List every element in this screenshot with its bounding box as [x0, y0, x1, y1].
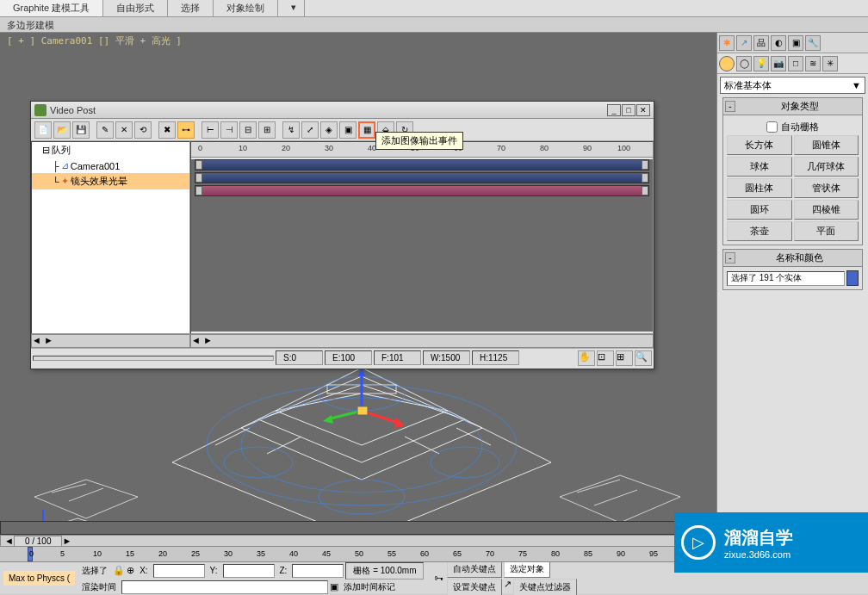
snap-icon[interactable]: ⊕	[127, 565, 134, 576]
motion-tab-icon[interactable]: ◐	[771, 35, 786, 51]
object-type-header[interactable]: - 对象类型	[723, 98, 862, 115]
track-handle[interactable]	[195, 160, 202, 170]
svg-marker-10	[323, 415, 333, 424]
image-output-icon[interactable]: ▦	[358, 121, 375, 139]
tag-icon[interactable]: ▣	[330, 581, 338, 592]
sub-toolbar[interactable]: 多边形建模	[0, 17, 868, 33]
track-handle[interactable]	[642, 160, 648, 170]
spacewarps-icon[interactable]: ≋	[805, 56, 821, 71]
lights-icon[interactable]: 💡	[753, 56, 769, 71]
close-button[interactable]: ✕	[636, 104, 650, 116]
time-slider-track[interactable]	[0, 521, 715, 535]
collapse-icon[interactable]: -	[725, 101, 735, 112]
display-tab-icon[interactable]: ▣	[788, 35, 803, 51]
layer-event-icon[interactable]: ▣	[339, 121, 356, 139]
minimize-button[interactable]: _	[607, 104, 621, 116]
modify-tab-icon[interactable]: ↗	[736, 35, 752, 51]
image-input-icon[interactable]: ⤢	[301, 121, 319, 139]
box-button[interactable]: 长方体	[727, 135, 792, 155]
collapse-icon[interactable]: -	[725, 252, 735, 263]
primitive-type-dropdown[interactable]: 标准基本体 ▼	[720, 77, 865, 94]
open-icon[interactable]: 📂	[53, 121, 71, 139]
geosphere-button[interactable]: 几何球体	[794, 157, 859, 177]
name-color-header[interactable]: - 名称和颜色	[723, 250, 862, 267]
zoom-time-icon[interactable]: ⊞	[616, 350, 633, 366]
torus-button[interactable]: 圆环	[727, 200, 792, 220]
prompt-input[interactable]	[121, 580, 328, 594]
sphere-button[interactable]: 球体	[727, 157, 792, 177]
object-name-input[interactable]	[727, 271, 845, 286]
pyramid-button[interactable]: 四棱锥	[794, 200, 859, 220]
tab-select[interactable]: 选择	[168, 0, 214, 16]
top-dropdown-icon[interactable]: ▾	[278, 0, 305, 16]
tree-item-lens-effect[interactable]: └✦镜头效果光晕	[32, 173, 189, 189]
helpers-icon[interactable]: □	[788, 56, 803, 71]
key-mode-icon[interactable]: ↗	[504, 579, 512, 596]
range-icon[interactable]: ⊶	[177, 121, 195, 139]
cylinder-button[interactable]: 圆柱体	[727, 178, 792, 198]
cone-button[interactable]: 圆锥体	[794, 135, 859, 155]
plane-button[interactable]: 平面	[794, 221, 859, 241]
abut-icon[interactable]: ⊞	[258, 121, 276, 139]
tree-scrollbar[interactable]: ◄ ►	[31, 334, 190, 348]
track-queue[interactable]	[195, 159, 649, 170]
x-input[interactable]	[153, 564, 205, 578]
swap-icon[interactable]: ⟲	[134, 121, 152, 139]
z-input[interactable]	[292, 564, 344, 578]
track-handle[interactable]	[195, 173, 202, 183]
video-post-timeline[interactable]: 0 10 20 30 40 50 60 70 80 90 100	[190, 141, 654, 334]
video-post-titlebar[interactable]: Video Post _ □ ✕	[31, 102, 654, 119]
filter-event-icon[interactable]: ◈	[320, 121, 338, 139]
track-handle[interactable]	[195, 186, 202, 195]
same-size-icon[interactable]: ⊟	[239, 121, 257, 139]
utilities-tab-icon[interactable]: 🔧	[805, 35, 821, 51]
video-post-queue-tree[interactable]: ⊟队列 ├⊿Camera001 └✦镜头效果光晕	[31, 141, 190, 334]
track-handle[interactable]	[642, 173, 648, 183]
save-icon[interactable]: 💾	[72, 121, 90, 139]
track-area[interactable]	[191, 159, 653, 332]
timeline-scrollbar[interactable]: ◄ ►	[190, 334, 654, 348]
track-effect[interactable]	[195, 185, 649, 196]
systems-icon[interactable]: ✳	[822, 56, 838, 71]
zoom-region-icon[interactable]: 🔍	[635, 350, 652, 366]
auto-grid-checkbox[interactable]	[766, 121, 778, 133]
create-tab-icon[interactable]: ✱	[719, 35, 735, 51]
tab-freeform[interactable]: 自由形式	[103, 0, 168, 16]
time-slider-bar[interactable]: ◄ 0 / 100 ►	[0, 535, 715, 547]
cameras-icon[interactable]: 📷	[771, 56, 786, 71]
tube-button[interactable]: 管状体	[794, 178, 859, 198]
track-camera[interactable]	[195, 172, 649, 183]
align-left-icon[interactable]: ⊢	[202, 121, 219, 139]
edit-icon[interactable]: ✎	[96, 121, 114, 139]
scene-event-icon[interactable]: ↯	[282, 121, 300, 139]
new-icon[interactable]: 📄	[34, 121, 52, 139]
key-icon[interactable]: 🗝	[434, 573, 443, 583]
key-filter-button[interactable]: 关键点过滤器	[513, 579, 577, 596]
shapes-icon[interactable]: ◯	[736, 56, 752, 71]
track-handle[interactable]	[642, 186, 648, 195]
tab-object-paint[interactable]: 对象绘制	[214, 0, 278, 16]
delete-icon[interactable]: ✕	[115, 121, 133, 139]
tree-root-queue[interactable]: ⊟队列	[32, 142, 189, 158]
maximize-button[interactable]: □	[622, 104, 636, 116]
set-key-button[interactable]: 设置关键点	[447, 579, 502, 596]
y-input[interactable]	[223, 564, 275, 578]
add-tag-label[interactable]: 添加时间标记	[340, 580, 399, 594]
tree-item-camera[interactable]: ├⊿Camera001	[32, 158, 189, 173]
execute-icon[interactable]: ✖	[158, 121, 176, 139]
time-position[interactable]: 0 / 100	[14, 536, 63, 547]
align-right-icon[interactable]: ⊣	[220, 121, 238, 139]
hierarchy-tab-icon[interactable]: 品	[753, 35, 769, 51]
geometry-icon[interactable]	[719, 56, 735, 71]
object-color-swatch[interactable]	[846, 270, 859, 286]
pan-icon[interactable]: ✋	[578, 350, 595, 366]
zoom-extents-icon[interactable]: ⊡	[597, 350, 614, 366]
teapot-button[interactable]: 茶壶	[727, 221, 792, 241]
auto-key-button[interactable]: 自动关键点	[447, 561, 502, 578]
main-timeline-ruler[interactable]: 0 5 10 15 20 25 30 35 40 45 50 55 60 65 …	[0, 547, 715, 562]
ruler-tick: 60	[420, 549, 429, 558]
selected-object-dropdown[interactable]: 选定对象	[504, 561, 550, 578]
y-label: Y:	[207, 565, 221, 576]
tab-graphite[interactable]: Graphite 建模工具	[0, 0, 103, 16]
lock-icon[interactable]: 🔒	[113, 565, 125, 576]
